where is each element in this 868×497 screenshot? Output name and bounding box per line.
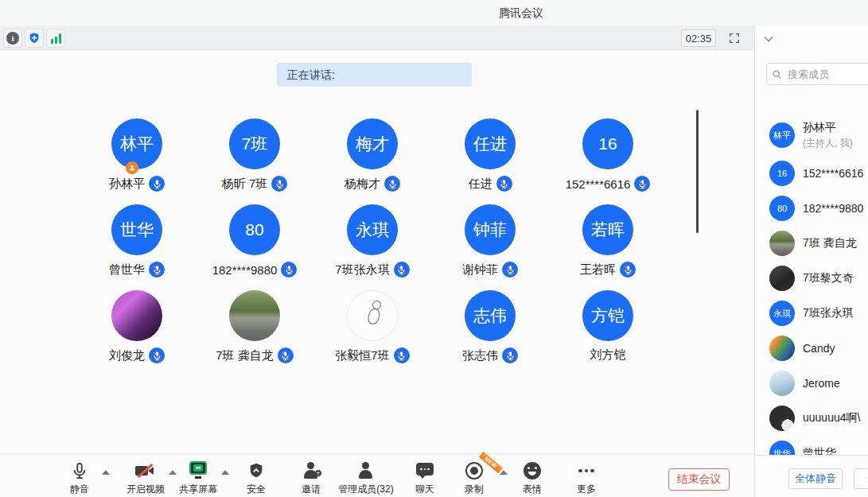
participant-name: 张毅恒7班 (335, 348, 389, 363)
top-toolbar: i 02:35 (0, 25, 754, 50)
participant-name: 张志伟 (462, 348, 498, 363)
mute-all-button[interactable]: 全体静音 (788, 468, 843, 489)
shield-plus-icon (28, 32, 41, 45)
member-avatar: 世华 (769, 441, 795, 455)
participant-tile[interactable]: 刘俊龙 (78, 290, 196, 367)
mic-muted-icon (634, 176, 650, 192)
meeting-info-button[interactable]: i (3, 29, 22, 48)
participant-tile[interactable]: 方铠 刘方铠 (549, 290, 667, 367)
participant-tile[interactable]: 张毅恒7班 (313, 290, 431, 367)
avatar: 梅才 (347, 118, 398, 169)
participant-tile[interactable]: 梅才 杨梅才 (313, 118, 431, 195)
member-row[interactable]: 7班 龚自龙 (755, 226, 868, 261)
participant-name: 杨昕 7班 (222, 177, 268, 192)
mic-muted-icon (620, 262, 636, 278)
avatar: 若晖 (582, 204, 633, 255)
member-avatar-photo (769, 231, 795, 256)
participant-name: 刘俊龙 (109, 348, 145, 363)
title-bar: 腾讯会议 (0, 0, 868, 25)
participant-tile[interactable]: 志伟 张志伟 (431, 290, 549, 367)
avatar: 永琪 (347, 204, 398, 255)
avatar: 7班 (229, 118, 280, 169)
share-screen-button[interactable]: ➦ 共享屏幕 (165, 460, 232, 496)
participant-name: 曾世华 (109, 262, 145, 278)
member-row[interactable]: Jerome (755, 366, 868, 401)
avatar-photo (111, 290, 162, 341)
member-row[interactable]: 永琪 7班张永琪 (755, 296, 868, 331)
meeting-timer: 02:35 (681, 29, 716, 47)
member-avatar: 16 (769, 161, 795, 186)
member-row[interactable]: 80 182****9880 (755, 191, 868, 226)
mic-muted-icon (394, 348, 410, 363)
mic-muted-icon (496, 176, 512, 192)
member-row[interactable]: 16 152****6616 (755, 156, 868, 191)
participant-tile[interactable]: 钟菲 谢钟菲 (431, 204, 549, 281)
member-row[interactable]: 7班黎文奇 (755, 261, 868, 296)
mute-button[interactable]: 静音 (46, 460, 113, 496)
member-row[interactable]: 世华 曾世华 (755, 436, 868, 455)
avatar-initials: 任进 (473, 133, 507, 155)
more-dots-icon (553, 460, 620, 481)
member-avatar-photo (769, 266, 795, 291)
avatar-initials: 方铠 (591, 305, 625, 327)
speaking-banner: 正在讲话: (277, 63, 472, 87)
avatar: 志伟 (465, 290, 516, 341)
participant-name: 182****9880 (212, 263, 278, 277)
member-avatar-photo (769, 406, 795, 431)
avatar: 任进 (465, 118, 516, 169)
member-row[interactable]: 林平 孙林平(主持人, 我) (755, 116, 868, 154)
host-badge-icon (126, 161, 138, 174)
participant-tile[interactable]: 世华 曾世华 (78, 204, 196, 281)
member-row[interactable]: uuuuuu4啊\ (755, 401, 868, 436)
chevron-down-icon[interactable] (763, 32, 774, 46)
more-button[interactable]: 更多 (553, 460, 620, 496)
participant-tile[interactable]: 若晖 王若晖 (549, 204, 667, 281)
participant-tile[interactable]: 任进 任进 (431, 118, 549, 195)
security-shield-button[interactable] (25, 29, 44, 48)
mic-muted-icon (271, 176, 287, 192)
grid-scrollbar[interactable] (696, 110, 699, 233)
mic-muted-icon (502, 262, 518, 278)
avatar: 方铠 (582, 290, 633, 341)
mic-muted-icon (149, 262, 165, 278)
participant-tile[interactable]: 7班 龚自龙 (196, 290, 313, 367)
participant-name: 孙林平 (109, 177, 145, 192)
avatar-initials: 钟菲 (473, 219, 507, 241)
sidebar-footer: 全体静音 解 (754, 455, 868, 497)
member-avatar: 永琪 (769, 301, 795, 326)
search-input[interactable] (766, 63, 868, 85)
fullscreen-button[interactable] (725, 29, 744, 47)
avatar-initials: 志伟 (473, 305, 507, 327)
mic-muted-icon (149, 348, 165, 363)
mute-options-caret[interactable] (102, 470, 110, 475)
avatar-initials: 16 (598, 134, 617, 153)
avatar-initials: 80 (245, 220, 263, 239)
participant-tile[interactable]: 林平 孙林平 (78, 118, 196, 195)
signal-bars-icon (51, 33, 61, 44)
participant-tile[interactable]: 7班 杨昕 7班 (196, 118, 313, 195)
network-signal-button[interactable] (46, 29, 65, 48)
mic-muted-icon (384, 176, 400, 192)
participant-tile[interactable]: 永琪 7班张永琪 (313, 204, 431, 281)
participant-name: 152****6616 (566, 177, 631, 191)
mic-muted-icon (394, 262, 410, 278)
unmute-all-button[interactable]: 解 (854, 468, 868, 489)
participant-tile[interactable]: 16 152****6616 (549, 118, 667, 195)
participant-name: 杨梅才 (344, 177, 380, 192)
members-sidebar: 林平 孙林平(主持人, 我) 16 152****6616 80 182****… (754, 25, 868, 455)
avatar-initials: 7班 (242, 133, 268, 155)
participant-tile[interactable]: 80 182****9880 (196, 204, 313, 281)
avatar-initials: 梅才 (356, 133, 389, 155)
member-row[interactable]: Candy (755, 331, 868, 366)
participant-name: 任进 (469, 177, 492, 192)
end-meeting-button[interactable]: 结束会议 (668, 468, 730, 491)
avatar-initials: 世华 (120, 219, 154, 241)
avatar-initials: 若晖 (591, 219, 625, 241)
participant-name: 谢钟菲 (462, 262, 498, 278)
avatar: 80 (229, 204, 280, 255)
member-avatar: 林平 (769, 122, 795, 148)
avatar: 钟菲 (465, 204, 516, 255)
participant-name: 刘方铠 (590, 348, 626, 363)
avatar: 世华 (111, 204, 162, 255)
mic-muted-icon (278, 348, 294, 363)
